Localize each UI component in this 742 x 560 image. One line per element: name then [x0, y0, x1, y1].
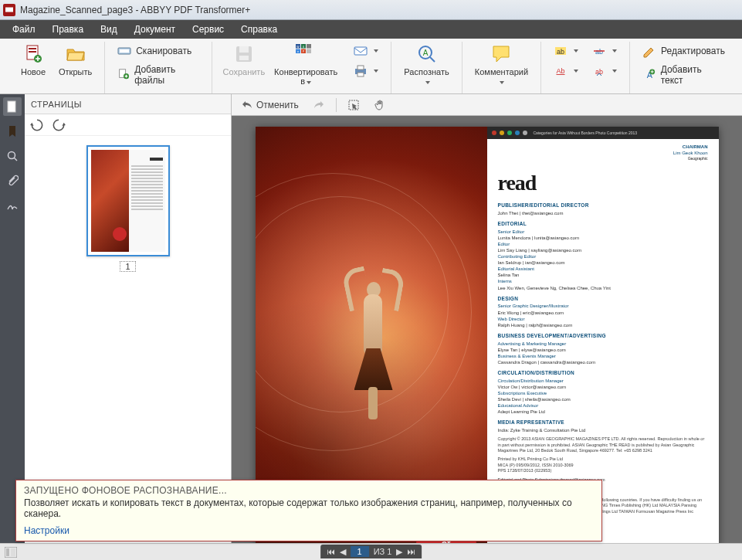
doc-toolbar: Отменить	[232, 94, 742, 116]
email-button[interactable]	[349, 42, 383, 60]
menu-help[interactable]: Справка	[233, 22, 285, 37]
page-number-input[interactable]	[351, 546, 369, 557]
comment-label: Комментарий	[475, 67, 528, 86]
page-next-icon[interactable]: ▶	[396, 547, 402, 557]
main-toolbar: Новое Открыть Сканировать Добавить файлы…	[0, 39, 742, 94]
redo-button[interactable]	[310, 97, 328, 113]
insert-text-button[interactable]: ab	[588, 62, 622, 80]
svg-text:e: e	[297, 50, 299, 53]
pages-tab-icon[interactable]	[3, 97, 22, 116]
undo-icon	[241, 99, 253, 111]
page-prev-icon[interactable]: ◀	[340, 547, 346, 557]
title-bar: Magazine_Scanned_page3 - ABBYY PDF Trans…	[0, 0, 742, 20]
menu-edit[interactable]: Правка	[45, 22, 92, 37]
add-files-label: Добавить файлы	[134, 64, 199, 86]
svg-rect-15	[307, 44, 311, 49]
scan-label: Сканировать	[136, 46, 191, 56]
signature-tab-icon[interactable]	[3, 196, 22, 215]
scanner-icon	[117, 44, 131, 58]
svg-rect-2	[29, 51, 36, 53]
strikeout-button[interactable]: ab	[588, 42, 622, 60]
new-button[interactable]: Новое	[12, 42, 54, 78]
app-icon	[3, 4, 15, 16]
print-button[interactable]	[349, 62, 383, 80]
svg-text:ab: ab	[557, 48, 564, 56]
notification-settings-link[interactable]: Настройки	[24, 525, 594, 536]
rotate-right-icon[interactable]	[51, 117, 66, 133]
svg-rect-1	[29, 48, 36, 49]
window-title: Magazine_Scanned_page3 - ABBYY PDF Trans…	[20, 5, 250, 15]
pencil-icon	[642, 44, 656, 58]
page-of-label: ИЗ 1	[374, 547, 392, 556]
hand-tool-button[interactable]	[371, 97, 389, 113]
undo-button[interactable]: Отменить	[238, 97, 302, 113]
svg-rect-39	[6, 548, 9, 556]
background-recognition-notification: ЗАПУЩЕНО ФОНОВОЕ РАСПОЗНАВАНИЕ... Позвол…	[15, 480, 602, 541]
new-doc-icon	[22, 43, 44, 65]
menu-bar: Файл Правка Вид Документ Сервис Справка	[0, 20, 742, 39]
rotate-left-icon[interactable]	[29, 117, 45, 133]
scan-button[interactable]: Сканировать	[113, 42, 204, 60]
menu-view[interactable]: Вид	[93, 22, 125, 37]
thumbnail-page-number: 1	[120, 261, 135, 272]
page-navigator: ⏮ ◀ ИЗ 1 ▶ ⏭	[320, 545, 422, 558]
page-thumbnail[interactable]	[86, 145, 170, 256]
add-text-button[interactable]: A Добавить текст	[638, 62, 730, 88]
attachment-tab-icon[interactable]	[3, 171, 22, 190]
recognize-button[interactable]: A Распознать	[399, 42, 454, 87]
save-label: Сохранить	[222, 67, 265, 76]
menu-service[interactable]: Сервис	[185, 22, 232, 37]
recognize-icon: A	[416, 43, 438, 65]
page-last-icon[interactable]: ⏭	[407, 547, 415, 556]
insert-text-icon: ab	[592, 64, 606, 78]
add-files-icon	[117, 68, 130, 82]
svg-rect-24	[357, 73, 364, 76]
svg-rect-21	[354, 47, 367, 55]
bookmark-tab-icon[interactable]	[3, 122, 22, 141]
svg-rect-10	[239, 56, 249, 60]
comment-button[interactable]: Комментарий	[470, 42, 533, 87]
svg-rect-35	[8, 101, 15, 112]
search-tab-icon[interactable]	[3, 147, 22, 165]
menu-document[interactable]: Документ	[127, 22, 183, 37]
add-text-label: Добавить текст	[661, 64, 725, 86]
svg-text:A: A	[422, 49, 428, 57]
open-folder-icon	[65, 43, 86, 65]
notification-title: ЗАПУЩЕНО ФОНОВОЕ РАСПОЗНАВАНИЕ...	[24, 485, 594, 496]
save-icon	[233, 43, 255, 65]
page-first-icon[interactable]: ⏮	[327, 547, 335, 556]
email-icon	[354, 44, 368, 58]
pages-panel-header: СТРАНИЦЫ	[25, 94, 231, 114]
pages-panel: СТРАНИЦЫ	[25, 94, 232, 543]
svg-rect-5	[120, 49, 129, 53]
print-icon	[354, 64, 368, 78]
svg-text:ab: ab	[595, 48, 603, 56]
convert-label: Конвертировать в	[272, 67, 340, 86]
document-area: Отменить Categories for Asia Without Bor…	[232, 94, 742, 543]
menu-file[interactable]: Файл	[5, 22, 43, 37]
highlight-icon: ab	[554, 44, 568, 58]
add-files-button[interactable]: Добавить файлы	[113, 62, 204, 88]
svg-rect-9	[239, 46, 249, 53]
edit-button[interactable]: Редактировать	[638, 42, 730, 60]
layout-mode-icon[interactable]	[5, 547, 17, 558]
svg-text:Ab: Ab	[557, 67, 565, 75]
recognize-label: Распознать	[404, 67, 449, 86]
new-label: Новое	[21, 67, 46, 76]
edit-label: Редактировать	[661, 46, 725, 56]
open-button[interactable]: Открыть	[54, 42, 97, 78]
select-tool-button[interactable]	[344, 97, 363, 113]
convert-button[interactable]: WXeP Конвертировать в	[267, 42, 344, 87]
figure-dancer	[353, 257, 402, 419]
undo-label: Отменить	[256, 100, 299, 110]
convert-icon: WXeP	[295, 43, 317, 65]
notification-body: Позволяет искать и копировать текст в до…	[24, 497, 594, 519]
highlight-button[interactable]: ab	[549, 42, 583, 60]
strikeout-icon: ab	[592, 44, 606, 58]
pages-panel-tools	[25, 114, 231, 136]
open-label: Открыть	[59, 67, 92, 76]
add-text-icon: A	[642, 68, 656, 82]
left-tool-strip	[0, 94, 25, 543]
underline-button[interactable]: Ab	[549, 62, 583, 80]
save-button: Сохранить	[220, 42, 267, 78]
